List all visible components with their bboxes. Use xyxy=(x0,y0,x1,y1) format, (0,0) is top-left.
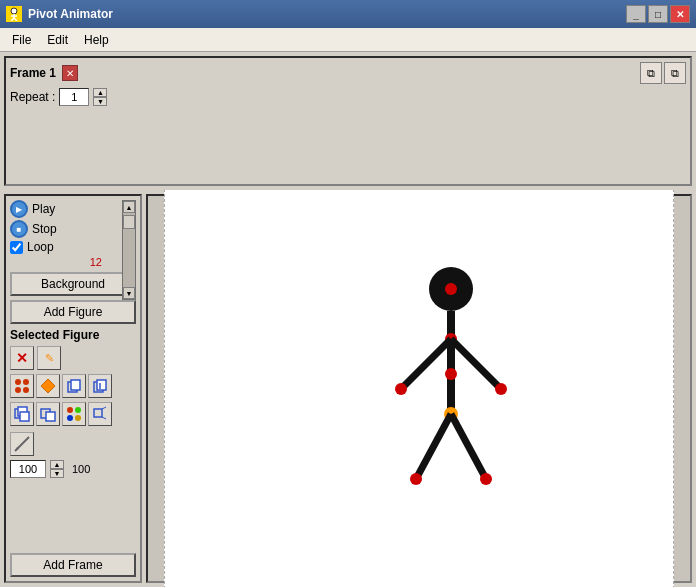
svg-line-40 xyxy=(416,414,451,479)
background-button[interactable]: Background xyxy=(10,272,136,296)
svg-point-20 xyxy=(67,407,73,413)
svg-point-23 xyxy=(75,415,81,421)
tool-arrows[interactable] xyxy=(36,374,60,398)
svg-point-36 xyxy=(495,383,507,395)
svg-marker-9 xyxy=(41,379,55,393)
svg-point-41 xyxy=(410,473,422,485)
svg-point-43 xyxy=(480,473,492,485)
svg-point-22 xyxy=(67,415,73,421)
svg-point-21 xyxy=(75,407,81,413)
play-icon: ▶ xyxy=(10,200,28,218)
edit-figure-button[interactable]: ✎ xyxy=(37,346,61,370)
repeat-spinners: ▲ ▼ xyxy=(93,88,107,106)
loop-label: Loop xyxy=(27,240,54,254)
bottom-area: ▲ ▼ ▶ Play ■ Stop Loop 12 xyxy=(0,190,696,587)
repeat-label: Repeat : xyxy=(10,90,55,104)
tool-copy3[interactable] xyxy=(10,402,34,426)
size-spinners: ▲ ▼ xyxy=(50,460,64,478)
svg-point-5 xyxy=(15,379,21,385)
svg-line-35 xyxy=(451,339,501,389)
canvas-area xyxy=(146,194,692,583)
maximize-button[interactable]: □ xyxy=(648,5,668,23)
repeat-input[interactable] xyxy=(59,88,89,106)
scroll-down-arrow[interactable]: ▼ xyxy=(123,287,135,299)
svg-line-33 xyxy=(401,339,451,389)
svg-point-39 xyxy=(445,368,457,380)
playback-section: ▲ ▼ ▶ Play ■ Stop Loop 12 xyxy=(10,200,136,268)
repeat-increment[interactable]: ▲ xyxy=(93,88,107,97)
frame-row: Frame 1 ✕ ⧉ ⧉ xyxy=(10,62,686,84)
add-frame-button[interactable]: Add Frame xyxy=(10,553,136,577)
frame-close-button[interactable]: ✕ xyxy=(62,65,78,81)
paste-frame-button[interactable]: ⧉ xyxy=(664,62,686,84)
playback-scrollbar: ▲ ▼ xyxy=(122,200,136,300)
animation-canvas[interactable] xyxy=(164,190,674,587)
play-label: Play xyxy=(32,202,55,216)
scroll-up-arrow[interactable]: ▲ xyxy=(123,201,135,213)
fps-label: 12 xyxy=(10,256,102,268)
tool-copy4[interactable] xyxy=(36,402,60,426)
svg-line-4 xyxy=(14,18,17,21)
stop-label: Stop xyxy=(32,222,57,236)
repeat-row: Repeat : ▲ ▼ xyxy=(10,88,686,106)
tool-grid-2 xyxy=(10,402,136,426)
app-title: Pivot Animator xyxy=(28,7,113,21)
svg-point-6 xyxy=(23,379,29,385)
svg-rect-11 xyxy=(71,380,80,390)
size-input[interactable] xyxy=(10,460,46,478)
menu-help[interactable]: Help xyxy=(76,31,117,49)
tool-copy1[interactable] xyxy=(62,374,86,398)
main-container: Frame 1 ✕ ⧉ ⧉ Repeat : ▲ ▼ ▲ xyxy=(0,52,696,587)
title-controls: _ □ ✕ xyxy=(626,5,690,23)
menu-file[interactable]: File xyxy=(4,31,39,49)
svg-line-25 xyxy=(102,407,106,409)
frame-label: Frame 1 xyxy=(10,66,56,80)
stop-icon: ■ xyxy=(10,220,28,238)
title-bar: Pivot Animator _ □ ✕ xyxy=(0,0,696,28)
app-icon xyxy=(6,6,22,22)
title-bar-left: Pivot Animator xyxy=(6,6,113,22)
close-button[interactable]: ✕ xyxy=(670,5,690,23)
svg-line-26 xyxy=(102,417,106,419)
loop-checkbox[interactable] xyxy=(10,241,23,254)
minimize-button[interactable]: _ xyxy=(626,5,646,23)
tool-copy2[interactable] xyxy=(88,374,112,398)
delete-figure-button[interactable]: ✕ xyxy=(10,346,34,370)
menu-bar: File Edit Help xyxy=(0,28,696,52)
svg-point-34 xyxy=(395,383,407,395)
loop-row: Loop xyxy=(10,240,120,254)
size-decrement[interactable]: ▼ xyxy=(50,469,64,478)
tool-copy5[interactable] xyxy=(88,402,112,426)
figure-tools-row-1: ✕ ✎ xyxy=(10,346,136,370)
size-display: 100 xyxy=(72,463,90,475)
svg-point-7 xyxy=(15,387,21,393)
tool-dots-red[interactable] xyxy=(10,374,34,398)
stop-button[interactable]: ■ Stop xyxy=(10,220,120,238)
frame-panel: Frame 1 ✕ ⧉ ⧉ Repeat : ▲ ▼ xyxy=(4,56,692,186)
svg-rect-19 xyxy=(46,412,55,421)
copy-frame-button[interactable]: ⧉ xyxy=(640,62,662,84)
svg-point-8 xyxy=(23,387,29,393)
svg-rect-17 xyxy=(20,412,29,421)
menu-edit[interactable]: Edit xyxy=(39,31,76,49)
scroll-thumb[interactable] xyxy=(123,215,135,229)
play-button[interactable]: ▶ Play xyxy=(10,200,120,218)
left-panel: ▲ ▼ ▶ Play ■ Stop Loop 12 xyxy=(4,194,142,583)
svg-line-42 xyxy=(451,414,486,479)
svg-rect-13 xyxy=(97,380,106,390)
tool-grid-1 xyxy=(10,374,136,398)
tool-pen[interactable] xyxy=(10,432,34,456)
stick-figure xyxy=(371,259,531,519)
svg-point-30 xyxy=(445,283,457,295)
add-figure-button[interactable]: Add Figure xyxy=(10,300,136,324)
selected-figure-label: Selected Figure xyxy=(10,328,136,342)
repeat-decrement[interactable]: ▼ xyxy=(93,97,107,106)
tool-dots-color[interactable] xyxy=(62,402,86,426)
size-increment[interactable]: ▲ xyxy=(50,460,64,469)
size-row: ▲ ▼ 100 xyxy=(10,460,136,478)
svg-point-0 xyxy=(11,8,17,14)
svg-rect-24 xyxy=(94,409,102,417)
